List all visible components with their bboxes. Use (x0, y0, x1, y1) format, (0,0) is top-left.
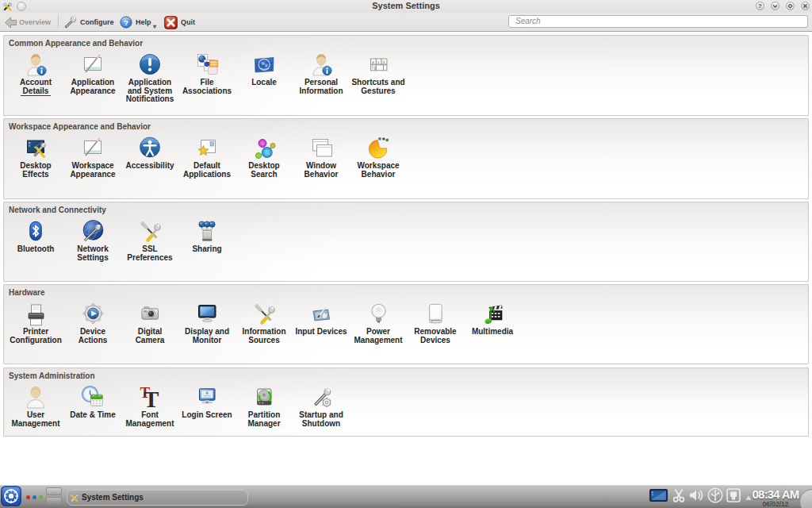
svg-text:?: ? (124, 18, 128, 27)
svg-text:T: T (144, 387, 159, 410)
svg-text:f g: f g (372, 66, 377, 70)
svg-text:?: ? (758, 2, 762, 10)
